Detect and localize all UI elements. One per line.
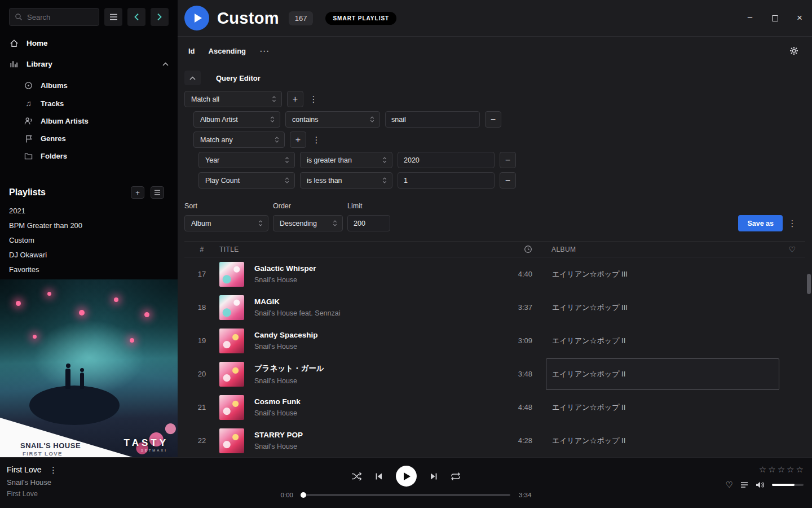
back-button[interactable] bbox=[127, 8, 145, 26]
star-icon[interactable]: ☆ bbox=[796, 465, 804, 475]
sidebar-item-folders[interactable]: Folders bbox=[0, 147, 178, 165]
table-row[interactable]: 22 STARRY POP Snail's House 4:28 エイリアン☆ポ… bbox=[184, 424, 805, 457]
track-duration: 3:48 bbox=[498, 370, 532, 378]
now-playing-artwork[interactable]: SNAIL'S HOUSE FIRST LOVE TASTY SETMAXI bbox=[0, 279, 178, 457]
star-icon[interactable]: ☆ bbox=[787, 465, 794, 475]
table-row[interactable]: 19 Candy Spaceship Snail's House 3:09 エイ… bbox=[184, 324, 805, 357]
track-album[interactable]: エイリアン☆ポップ II bbox=[546, 392, 779, 423]
menu-button[interactable] bbox=[104, 8, 122, 26]
column-title[interactable]: TITLE bbox=[219, 246, 498, 253]
favorite-button[interactable]: ♡ bbox=[726, 480, 733, 490]
search-input[interactable] bbox=[27, 13, 94, 21]
query-editor-title: Query Editor bbox=[216, 74, 261, 82]
rule-field-select[interactable]: Play Count bbox=[198, 172, 295, 189]
track-album[interactable]: エイリアン☆ポップ III bbox=[546, 259, 779, 290]
star-icon[interactable]: ☆ bbox=[778, 465, 785, 475]
add-playlist-button[interactable]: + bbox=[131, 186, 144, 199]
heart-icon: ♡ bbox=[726, 480, 733, 489]
limit-input[interactable] bbox=[347, 215, 390, 231]
save-menu-button[interactable]: ⋮ bbox=[787, 215, 797, 231]
playlist-item[interactable]: DJ Okawari bbox=[0, 247, 178, 262]
sort-select[interactable]: Album bbox=[184, 215, 268, 231]
minimize-button[interactable]: − bbox=[738, 0, 762, 36]
column-album[interactable]: ALBUM bbox=[546, 246, 779, 253]
sidebar-item-home[interactable]: Home bbox=[0, 33, 178, 54]
column-favorite[interactable]: ♡ bbox=[779, 245, 805, 254]
star-icon[interactable]: ☆ bbox=[759, 465, 766, 475]
rule-value-input[interactable] bbox=[398, 172, 495, 189]
sidebar-item-albums[interactable]: Albums bbox=[0, 77, 178, 94]
add-rule-button[interactable]: + bbox=[290, 132, 306, 148]
repeat-button[interactable] bbox=[451, 472, 461, 481]
queue-button[interactable] bbox=[740, 481, 748, 488]
select-arrows-icon bbox=[369, 116, 375, 123]
playlist-item[interactable]: Custom bbox=[0, 233, 178, 247]
app-window: Home Library Albums ♫ Tracks bbox=[0, 0, 812, 508]
playlist-item[interactable]: BPM Greater than 200 bbox=[0, 218, 178, 233]
volume-button[interactable] bbox=[756, 481, 765, 489]
track-album[interactable]: エイリアン☆ポップ II bbox=[546, 358, 779, 390]
shuffle-button[interactable] bbox=[351, 472, 362, 481]
rule-operator-select[interactable]: contains bbox=[285, 111, 380, 128]
rule-operator-select[interactable]: is less than bbox=[300, 172, 392, 189]
column-duration[interactable] bbox=[498, 245, 532, 253]
artwork-figure bbox=[65, 369, 70, 389]
play-playlist-button[interactable] bbox=[184, 6, 209, 30]
rule-value-input[interactable] bbox=[385, 111, 480, 128]
add-rule-button[interactable]: + bbox=[287, 91, 303, 107]
album-art-thumbnail bbox=[219, 362, 244, 387]
rule-field-select[interactable]: Album Artist bbox=[193, 111, 280, 128]
remove-rule-button[interactable]: − bbox=[500, 172, 516, 189]
maximize-button[interactable] bbox=[762, 0, 787, 36]
sort-direction-button[interactable]: Ascending bbox=[209, 47, 246, 55]
table-row[interactable]: 18 MAGIK Snail's House feat. Sennzai 3:3… bbox=[184, 291, 805, 324]
collapse-query-editor-button[interactable] bbox=[184, 71, 201, 85]
progress-handle[interactable] bbox=[301, 492, 306, 498]
album-art-thumbnail bbox=[219, 395, 244, 420]
sort-field-button[interactable]: Id bbox=[188, 47, 195, 55]
column-index[interactable]: # bbox=[184, 246, 219, 253]
sidebar-item-album-artists[interactable]: Album Artists bbox=[0, 112, 178, 130]
track-album[interactable]: エイリアン☆ポップ II bbox=[546, 425, 779, 457]
next-track-button[interactable] bbox=[430, 472, 438, 480]
group-menu-button[interactable]: ⋮ bbox=[308, 95, 319, 103]
track-artist: Snail's House bbox=[254, 409, 498, 417]
now-playing-menu-button[interactable]: ⋮ bbox=[48, 466, 58, 474]
table-row[interactable]: 20 プラネット・ガール Snail's House 3:48 エイリアン☆ポッ… bbox=[184, 357, 805, 391]
playlist-list-button[interactable] bbox=[151, 186, 164, 199]
sidebar-item-genres[interactable]: Genres bbox=[0, 130, 178, 147]
close-button[interactable]: × bbox=[787, 0, 812, 36]
rule-operator-select[interactable]: is greater than bbox=[300, 152, 392, 168]
table-row[interactable]: 21 Cosmo Funk Snail's House 4:48 エイリアン☆ポ… bbox=[184, 391, 805, 424]
query-rule-row: Year is greater than − bbox=[198, 152, 797, 168]
track-album[interactable]: エイリアン☆ポップ II bbox=[546, 325, 779, 357]
playlist-item[interactable]: Favorites bbox=[0, 262, 178, 277]
play-pause-button[interactable] bbox=[396, 466, 417, 487]
sidebar-item-tracks[interactable]: ♫ Tracks bbox=[0, 94, 178, 112]
star-icon[interactable]: ☆ bbox=[768, 465, 775, 475]
remove-rule-button[interactable]: − bbox=[485, 111, 501, 128]
rule-field-select[interactable]: Year bbox=[198, 152, 295, 168]
group-menu-button[interactable]: ⋮ bbox=[311, 135, 321, 144]
forward-button[interactable] bbox=[151, 8, 169, 26]
scrollbar-thumb[interactable] bbox=[807, 274, 811, 294]
rating-stars: ☆ ☆ ☆ ☆ ☆ bbox=[759, 465, 804, 475]
search-box[interactable] bbox=[9, 8, 99, 26]
more-options-button[interactable]: ⋯ bbox=[259, 46, 269, 56]
match-type-select[interactable]: Match all bbox=[184, 91, 282, 107]
close-icon: × bbox=[797, 12, 802, 24]
save-as-button[interactable]: Save as bbox=[738, 215, 783, 231]
chevron-up-icon bbox=[162, 62, 169, 66]
match-type-select[interactable]: Match any bbox=[193, 132, 285, 148]
rule-value-input[interactable] bbox=[398, 152, 495, 168]
progress-bar[interactable] bbox=[302, 494, 510, 496]
track-album[interactable]: エイリアン☆ポップ III bbox=[546, 292, 779, 323]
previous-track-button[interactable] bbox=[375, 472, 383, 480]
volume-slider[interactable] bbox=[772, 484, 804, 486]
table-row[interactable]: 17 Galactic Whisper Snail's House 4:40 エ… bbox=[184, 257, 805, 291]
sidebar-item-library[interactable]: Library bbox=[0, 54, 178, 75]
remove-rule-button[interactable]: − bbox=[500, 152, 516, 168]
settings-button[interactable] bbox=[789, 46, 798, 55]
order-select[interactable]: Descending bbox=[273, 215, 343, 231]
playlist-item[interactable]: 2021 bbox=[0, 203, 178, 218]
